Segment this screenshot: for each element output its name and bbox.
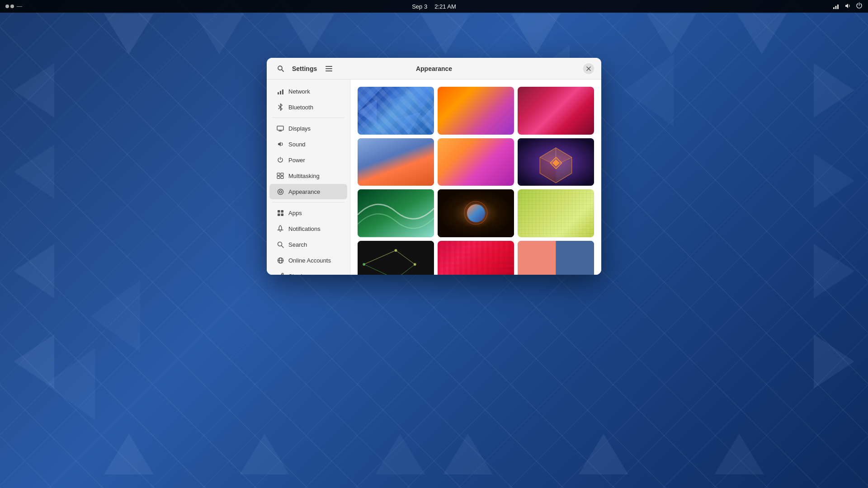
sound-sidebar-icon [277,141,284,148]
settings-content: Network Bluetooth [267,80,601,275]
svg-point-47 [279,191,282,193]
sidebar-label-power: Power [288,157,305,164]
volume-icon[interactable] [844,2,851,11]
svg-marker-11 [814,63,854,117]
wallpaper-item-orange-purple[interactable] [438,87,514,135]
svg-point-83 [468,205,484,221]
svg-rect-43 [281,173,283,175]
sidebar: Network Bluetooth [267,80,350,275]
multitasking-sidebar-icon [277,172,284,179]
bluetooth-sidebar-icon [277,103,284,111]
svg-marker-7 [14,63,54,117]
wallpaper-grid: ✦ ✧ [358,87,594,275]
wallpaper-item-yellow-green[interactable] [518,189,594,237]
svg-marker-12 [814,154,854,208]
svg-marker-69 [358,125,383,135]
svg-marker-10 [14,334,54,389]
topbar-dot-2 [10,5,14,8]
topbar-right [832,2,863,11]
svg-rect-37 [282,89,283,94]
topbar-time: 2:21 AM [434,3,456,10]
wallpaper-item-blue-triangles[interactable] [358,87,434,135]
network-sidebar-icon [277,88,284,95]
sidebar-item-sharing[interactable]: Sharing [269,268,347,275]
notifications-sidebar-icon [277,225,284,232]
displays-sidebar-icon [277,125,284,132]
sidebar-item-apps[interactable]: Apps [269,205,347,221]
sidebar-label-apps: Apps [288,210,302,216]
sidebar-item-notifications[interactable]: Notifications [269,221,347,236]
sidebar-item-bluetooth[interactable]: Bluetooth [269,99,347,115]
wallpaper-item-red-dark[interactable] [518,87,594,135]
sidebar-label-sharing: Sharing [288,273,309,275]
svg-point-92 [414,263,416,266]
svg-rect-44 [277,176,280,178]
svg-marker-0 [104,14,154,54]
svg-marker-23 [90,280,140,352]
menu-button[interactable] [322,62,335,75]
wallpaper-item-orange-purple-wave[interactable] [438,138,514,186]
svg-marker-70 [396,112,421,134]
settings-title: Settings [292,65,317,72]
sidebar-item-sound[interactable]: Sound [269,136,347,152]
svg-point-91 [363,263,365,266]
close-button[interactable] [583,63,594,74]
wallpaper-item-red-pattern[interactable] [438,241,514,275]
sidebar-item-multitasking[interactable]: Multitasking [269,168,347,183]
wallpaper-item-blue-orange[interactable] [358,138,434,186]
topbar: — Sep 3 2:21 AM [0,0,868,13]
svg-marker-14 [814,334,854,389]
power-sidebar-icon [277,156,284,164]
settings-window: Settings Appearance [267,58,601,275]
topbar-center: Sep 3 2:21 AM [412,3,456,10]
power-icon[interactable] [856,2,863,10]
svg-rect-26 [835,6,837,9]
svg-marker-19 [579,434,628,474]
sidebar-item-appearance[interactable]: Appearance [269,184,347,199]
svg-rect-50 [278,213,280,216]
sidebar-label-sound: Sound [288,141,306,148]
svg-rect-48 [278,210,280,213]
wallpaper-item-3d-cube[interactable] [518,138,594,186]
sidebar-label-displays: Displays [288,125,311,132]
topbar-dot-1 [5,5,9,8]
wallpaper-item-pink-blue[interactable] [518,241,594,275]
topbar-left: — [5,3,22,9]
sharing-sidebar-icon [277,272,284,275]
wallpaper-item-dark-grid[interactable] [358,241,434,275]
svg-marker-22 [624,54,674,127]
svg-rect-27 [837,5,839,9]
sidebar-item-network[interactable]: Network [269,84,347,99]
page-title: Appearance [416,65,452,72]
svg-marker-2 [285,14,335,54]
wallpaper-item-circle-dark[interactable] [438,189,514,237]
svg-rect-32 [326,70,332,71]
sidebar-item-displays[interactable]: Displays [269,121,347,136]
svg-marker-17 [375,434,425,474]
network-icon[interactable] [832,3,840,10]
svg-rect-95 [556,241,594,275]
svg-marker-71 [421,106,434,134]
search-button[interactable] [274,62,287,75]
svg-line-29 [282,70,283,71]
sidebar-item-online-accounts[interactable]: Online Accounts [269,253,347,268]
sidebar-item-search[interactable]: Search [269,237,347,252]
svg-marker-4 [511,14,561,54]
sidebar-label-online-accounts: Online Accounts [288,257,331,264]
wallpaper-item-green-wave[interactable] [358,189,434,237]
svg-rect-81 [438,189,514,237]
sidebar-label-appearance: Appearance [288,188,320,195]
svg-marker-16 [240,434,289,474]
header-left: Settings [274,62,335,75]
online-accounts-sidebar-icon [277,257,284,264]
svg-marker-15 [104,434,154,474]
svg-point-46 [278,189,283,194]
sidebar-label-search: Search [288,241,307,248]
sidebar-label-bluetooth: Bluetooth [288,104,313,111]
svg-rect-51 [281,213,283,216]
sidebar-item-power[interactable]: Power [269,152,347,168]
svg-rect-85 [358,241,434,275]
sidebar-label-notifications: Notifications [288,225,321,232]
svg-line-55 [281,245,283,248]
svg-rect-42 [277,173,280,175]
